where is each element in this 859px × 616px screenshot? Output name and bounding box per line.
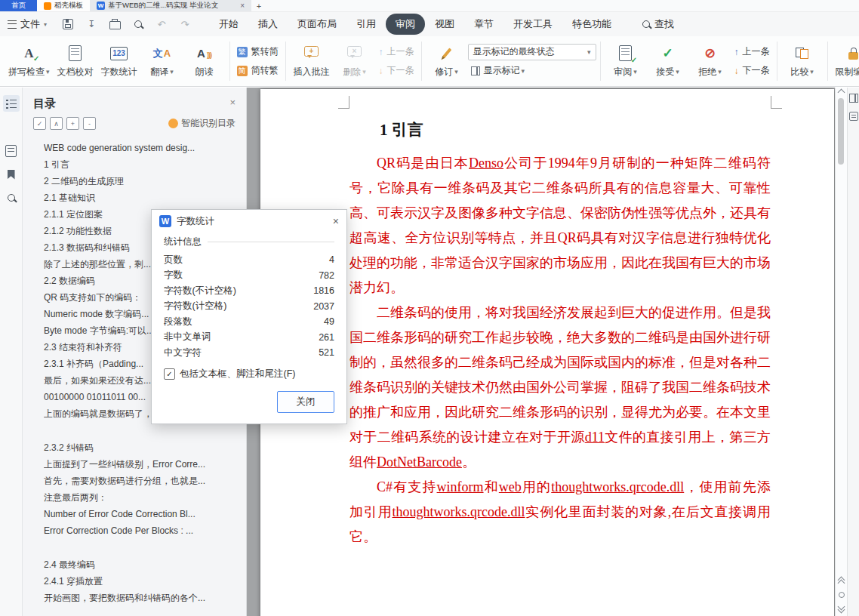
restrict-edit-button[interactable]: 限制编辑 bbox=[832, 38, 859, 84]
ribbon-separator bbox=[229, 42, 230, 81]
toc-item[interactable]: 2.3.2 纠错码 bbox=[44, 439, 240, 456]
stat-row-non-chinese-words: 非中文单词261 bbox=[164, 330, 334, 346]
compare-button[interactable]: 比较 bbox=[781, 38, 824, 84]
tab-home[interactable]: 首页 bbox=[0, 0, 37, 11]
toc-level-icon[interactable] bbox=[83, 117, 96, 130]
close-toc-icon[interactable]: × bbox=[229, 97, 236, 108]
next-change-button[interactable]: ↓ 下一条 bbox=[731, 63, 773, 79]
reject-slash-icon: ⊘ bbox=[704, 45, 715, 61]
toc-item[interactable]: WEB code generation system desig... bbox=[44, 140, 240, 156]
nav-pane-toggle[interactable] bbox=[3, 143, 20, 159]
export-button[interactable]: ↧ bbox=[85, 18, 97, 30]
smart-toc-button[interactable]: 智能识别目录 bbox=[168, 117, 236, 130]
undo-icon: ↶ bbox=[158, 19, 166, 30]
review-button[interactable]: 审阅 bbox=[605, 38, 647, 84]
pencil-icon bbox=[442, 48, 451, 58]
ribbon-separator bbox=[777, 42, 777, 81]
menu-tab-insert[interactable]: 插入 bbox=[248, 14, 288, 35]
menu-tab-review[interactable]: 审阅 bbox=[386, 14, 425, 35]
doc-paragraph-1: QR码是由日本Denso公司于1994年9月研制的一种矩阵二维码符号，它除具有一… bbox=[349, 151, 771, 300]
undo-button[interactable]: ↶ bbox=[155, 18, 168, 30]
margin-crop-mark bbox=[338, 96, 349, 109]
menu-tab-page-layout[interactable]: 页面布局 bbox=[288, 14, 346, 35]
ribbon-separator bbox=[421, 42, 422, 81]
toc-item[interactable]: 2.1 基础知识 bbox=[44, 189, 240, 206]
toc-item[interactable]: 开始画图，要把数据码和纠错码的各个... bbox=[44, 590, 240, 606]
comment-panel-icon[interactable] bbox=[849, 112, 858, 121]
tab-document[interactable]: 基于WEB的二维...码实现 毕业论文 × bbox=[90, 0, 251, 11]
menu-tab-references[interactable]: 引用 bbox=[346, 14, 386, 35]
prev-change-button[interactable]: ↑ 上一条 bbox=[731, 44, 773, 60]
document-icon bbox=[69, 45, 82, 61]
redo-button[interactable]: ↷ bbox=[179, 18, 191, 30]
wps-writer-window: 首页 稻壳模板 基于WEB的二维...码实现 毕业论文 × + 文件 ▾ ↧ ↶… bbox=[0, 0, 859, 616]
markup-state-select[interactable]: 显示标记的最终状态 bbox=[468, 44, 596, 60]
menu-tab-chapter[interactable]: 章节 bbox=[464, 14, 503, 35]
toc-item[interactable]: 上面提到了一些纠错级别，Error Corre... bbox=[44, 456, 240, 473]
properties-panel-icon[interactable] bbox=[849, 94, 858, 103]
toc-item[interactable]: Number of Error Code Correction Bl... bbox=[44, 506, 240, 522]
read-aloud-icon bbox=[197, 47, 211, 60]
select-browse-object-button[interactable] bbox=[839, 592, 845, 598]
toc-item[interactable]: 注意最后两列： bbox=[44, 489, 240, 506]
toc-expand-icon[interactable] bbox=[66, 117, 79, 130]
print-preview-button[interactable] bbox=[132, 18, 144, 30]
export-icon: ↧ bbox=[88, 19, 95, 29]
toc-item[interactable]: 2.4.1 穿插放置 bbox=[44, 573, 240, 590]
scroll-up-icon[interactable] bbox=[838, 89, 845, 97]
accept-check-icon: ✓ bbox=[662, 45, 673, 61]
trad-to-simp-button[interactable]: 繁转简 bbox=[234, 44, 282, 60]
toc-collapse-icon[interactable] bbox=[50, 117, 63, 130]
toc-item[interactable]: Error Correction Code Per Blocks : ... bbox=[44, 522, 240, 539]
toc-panel-toggle[interactable] bbox=[3, 95, 20, 112]
translate-button[interactable]: 翻译 bbox=[141, 38, 183, 84]
ribbon-separator bbox=[827, 42, 828, 81]
word-count-button[interactable]: 字数统计 bbox=[97, 38, 141, 84]
include-textboxes-checkbox[interactable]: ✓ 包括文本框、脚注和尾注(F) bbox=[164, 368, 334, 380]
bookmark-button[interactable] bbox=[3, 166, 20, 183]
insert-comment-button[interactable]: 插入批注 bbox=[290, 38, 334, 84]
read-aloud-button[interactable]: 朗读 bbox=[183, 38, 226, 84]
menu-tab-dev-tools[interactable]: 开发工具 bbox=[503, 14, 562, 35]
save-button[interactable] bbox=[62, 18, 74, 30]
reject-button[interactable]: ⊘ 拒绝 bbox=[689, 38, 731, 84]
scrollbar-thumb[interactable] bbox=[838, 98, 844, 165]
dialog-title-bar[interactable]: 字数统计 × bbox=[152, 210, 346, 233]
toc-item[interactable]: 2.4 最终编码 bbox=[44, 556, 240, 573]
spell-check-button[interactable]: A 拼写检查 bbox=[5, 38, 54, 84]
file-menu[interactable]: 文件 ▾ bbox=[8, 17, 47, 31]
close-tab-icon[interactable]: × bbox=[240, 2, 245, 10]
close-button[interactable]: 关闭 bbox=[277, 391, 334, 413]
menu-tab-special-features[interactable]: 特色功能 bbox=[562, 14, 621, 35]
find-button[interactable]: 查找 bbox=[642, 17, 674, 31]
track-changes-button[interactable]: 修订 bbox=[426, 38, 468, 84]
word-count-dialog: 字数统计 × 统计信息 页数4 字数782 字符数(不计空格)1816 字符数(… bbox=[151, 209, 347, 424]
find-replace-button[interactable] bbox=[3, 189, 20, 206]
close-dialog-icon[interactable]: × bbox=[333, 215, 339, 227]
toc-item[interactable]: 2 二维码的生成原理 bbox=[44, 173, 240, 189]
previous-page-button[interactable] bbox=[839, 578, 844, 586]
next-page-button[interactable] bbox=[839, 604, 844, 612]
vertical-scrollbar[interactable] bbox=[835, 88, 847, 616]
show-markup-button[interactable]: 显示标记 bbox=[468, 63, 596, 79]
tab-document-label: 基于WEB的二维...码实现 毕业论文 bbox=[108, 1, 237, 11]
hamburger-icon bbox=[8, 20, 17, 29]
delete-comment-button[interactable]: 删除 bbox=[334, 38, 376, 84]
toc-item[interactable]: 首先，需要对数据码进行分组，也就是... bbox=[44, 473, 240, 489]
prev-comment-button[interactable]: ↑ 上一条 bbox=[376, 44, 417, 60]
toc-check-icon[interactable] bbox=[33, 117, 46, 130]
new-tab-button[interactable]: + bbox=[251, 0, 266, 11]
next-comment-button[interactable]: ↓ 下一条 bbox=[376, 63, 417, 79]
proofread-button[interactable]: 文档校对 bbox=[54, 38, 97, 84]
tab-docer[interactable]: 稻壳模板 bbox=[37, 0, 90, 11]
caret-down-icon: ▾ bbox=[44, 21, 47, 28]
toc-toolbar: 智能识别目录 bbox=[33, 117, 236, 130]
print-icon bbox=[109, 21, 121, 29]
print-button[interactable] bbox=[109, 18, 121, 30]
toc-item[interactable]: 1 引言 bbox=[44, 156, 240, 173]
simp-to-trad-button[interactable]: 简转繁 bbox=[234, 63, 282, 79]
accept-button[interactable]: ✓ 接受 bbox=[647, 38, 689, 84]
menu-tab-start[interactable]: 开始 bbox=[209, 14, 248, 35]
menu-tab-view[interactable]: 视图 bbox=[425, 14, 464, 35]
content-area: 目录 × 智能识别目录 WEB code generation system d… bbox=[0, 88, 859, 616]
